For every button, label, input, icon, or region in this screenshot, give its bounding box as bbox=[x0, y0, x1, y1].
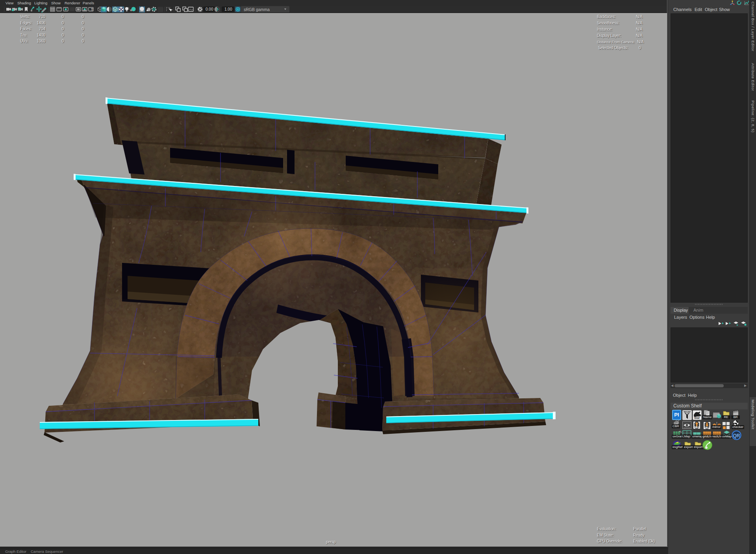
svg-text:sRGB gamma: sRGB gamma bbox=[244, 7, 270, 12]
svg-text:OBJ: OBJ bbox=[694, 426, 699, 429]
svg-text:GoZ: GoZ bbox=[694, 416, 700, 419]
svg-text:T: T bbox=[91, 7, 93, 11]
svg-text:OBJ: OBJ bbox=[704, 426, 710, 429]
svg-text:QR: QR bbox=[733, 433, 740, 439]
svg-text:1.00: 1.00 bbox=[224, 7, 232, 11]
svg-text:0.00: 0.00 bbox=[206, 7, 213, 11]
